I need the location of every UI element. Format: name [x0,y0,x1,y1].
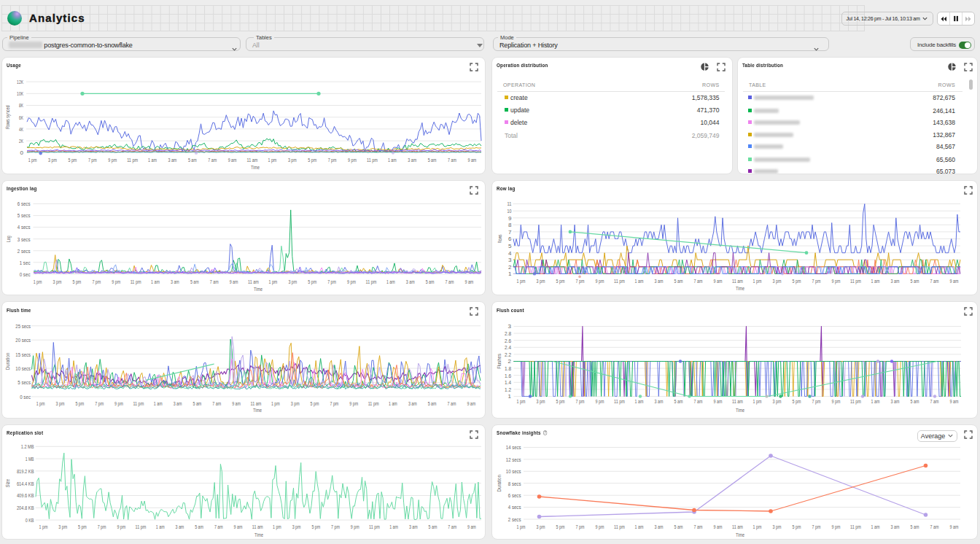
svg-text:2 secs: 2 secs [18,247,31,254]
svg-text:10: 10 [508,208,512,214]
svg-text:Size: Size [4,478,11,487]
svg-text:1 pm: 1 pm [36,400,45,407]
svg-text:9 pm: 9 pm [596,523,604,529]
svg-text:5 am: 5 am [674,398,683,405]
svg-text:11 pm: 11 pm [614,278,625,284]
svg-text:3 am: 3 am [655,523,664,529]
svg-text:1 am: 1 am [635,278,644,284]
svg-text:3 am: 3 am [891,398,900,405]
svg-text:3 am: 3 am [176,523,184,529]
svg-text:7 am: 7 am [694,278,703,284]
svg-text:7 pm: 7 pm [576,523,585,529]
svg-text:1: 1 [508,271,512,277]
svg-text:3 am: 3 am [406,278,415,284]
svg-text:1: 1 [508,393,512,400]
svg-text:1 am: 1 am [148,156,157,163]
svg-text:1 pm: 1 pm [34,278,42,284]
svg-text:Duration: Duration [4,353,11,370]
svg-text:7 pm: 7 pm [576,278,585,284]
svg-text:9 am: 9 am [467,523,476,529]
svg-text:7: 7 [508,228,512,235]
svg-text:Rows: Rows [497,234,503,243]
svg-text:1 am: 1 am [386,278,395,284]
svg-text:1 pm: 1 pm [28,156,37,163]
svg-text:5 pm: 5 pm [78,523,87,529]
svg-text:11 pm: 11 pm [127,156,138,163]
svg-text:3 pm: 3 pm [537,278,545,284]
svg-text:3 pm: 3 pm [773,398,782,405]
svg-text:2.6: 2.6 [505,338,511,344]
svg-text:1 pm: 1 pm [269,278,278,284]
svg-text:3 pm: 3 pm [537,523,545,529]
svg-text:7 pm: 7 pm [95,400,104,407]
svg-text:5 pm: 5 pm [556,523,565,529]
svg-text:204.8 KB: 204.8 KB [17,505,34,511]
svg-text:3 pm: 3 pm [58,523,67,529]
svg-text:3 am: 3 am [891,523,900,529]
svg-text:9 pm: 9 pm [349,400,358,407]
svg-text:5 am: 5 am [428,156,437,163]
svg-text:1.4: 1.4 [505,379,511,386]
svg-text:20 secs: 20 secs [15,337,31,343]
svg-text:5 am: 5 am [190,278,199,284]
svg-text:5 pm: 5 pm [556,398,565,405]
svg-text:10K: 10K [17,90,23,97]
svg-text:1 am: 1 am [871,278,880,284]
svg-text:11 pm: 11 pm [133,400,144,407]
svg-text:1.2: 1.2 [505,386,511,393]
svg-text:7 am: 7 am [208,156,217,163]
svg-text:7 pm: 7 pm [327,278,336,284]
svg-text:5 am: 5 am [429,523,438,529]
svg-text:409.6 KB: 409.6 KB [17,492,34,499]
svg-text:7 am: 7 am [448,523,456,529]
svg-text:Lag: Lag [5,236,12,242]
svg-text:3 am: 3 am [409,523,418,529]
svg-text:3 pm: 3 pm [48,156,57,163]
svg-text:3 pm: 3 pm [292,523,301,529]
svg-text:11 pm: 11 pm [368,400,379,407]
svg-text:?: ? [544,430,546,435]
svg-text:11 pm: 11 pm [136,523,147,529]
svg-text:6 secs: 6 secs [18,201,31,207]
svg-text:7 am: 7 am [446,278,454,284]
svg-text:Time: Time [254,531,263,537]
svg-text:7 pm: 7 pm [812,278,821,284]
svg-text:1 am: 1 am [156,523,165,529]
svg-text:7 am: 7 am [448,400,456,407]
svg-text:5 pm: 5 pm [308,278,316,284]
svg-text:1 pm: 1 pm [268,156,277,163]
svg-text:1 am: 1 am [871,398,880,405]
svg-text:11 am: 11 am [251,400,262,407]
svg-text:14 secs: 14 secs [506,444,521,451]
svg-text:7 am: 7 am [930,398,939,405]
svg-text:Rows synced: Rows synced [4,105,11,129]
svg-text:3 pm: 3 pm [53,278,62,284]
svg-text:1 pm: 1 pm [753,278,762,284]
svg-text:4 secs: 4 secs [508,504,521,510]
svg-text:9 am: 9 am [950,278,959,284]
svg-text:7 am: 7 am [210,278,219,284]
svg-text:9 am: 9 am [950,523,959,529]
svg-text:9 pm: 9 pm [117,523,125,529]
svg-text:11 am: 11 am [732,523,743,529]
svg-text:5 pm: 5 pm [311,523,320,529]
svg-text:0 KB: 0 KB [26,516,34,523]
svg-text:9 am: 9 am [465,278,474,284]
svg-text:0: 0 [20,149,24,156]
svg-text:Time: Time [253,407,262,413]
svg-text:Time: Time [251,163,260,170]
svg-text:1 pm: 1 pm [753,398,762,405]
svg-text:10 secs: 10 secs [15,365,31,372]
svg-text:9 pm: 9 pm [348,156,357,163]
svg-text:7 pm: 7 pm [92,278,101,284]
svg-text:11 pm: 11 pm [367,156,378,163]
svg-text:5 am: 5 am [428,400,437,407]
svg-text:2: 2 [508,263,512,270]
svg-text:9 pm: 9 pm [114,400,123,407]
svg-text:7 am: 7 am [212,400,221,407]
svg-text:4 secs: 4 secs [18,224,31,230]
svg-text:3 pm: 3 pm [56,400,65,407]
svg-text:9 am: 9 am [714,523,723,529]
svg-text:4K: 4K [19,125,23,132]
svg-text:7 am: 7 am [930,523,939,529]
